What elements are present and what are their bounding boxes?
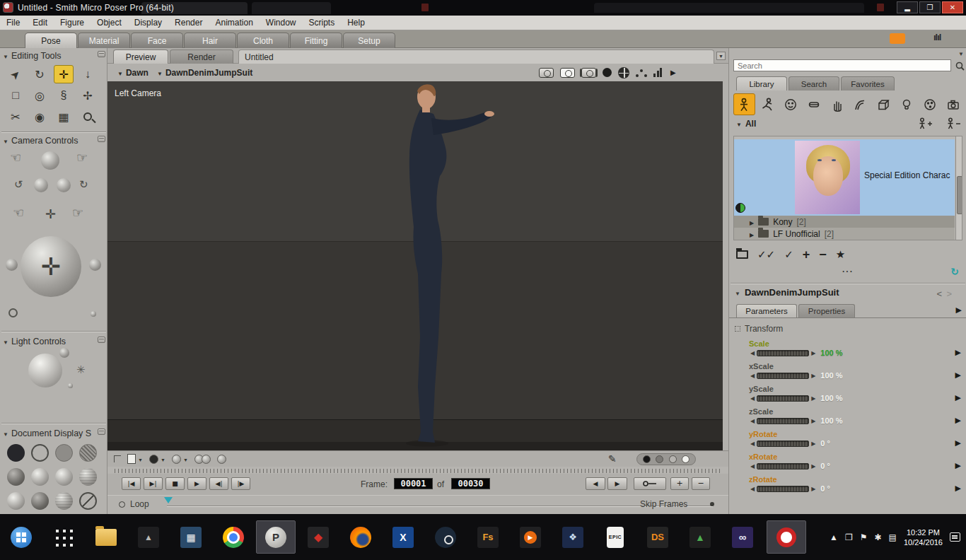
shade-dark-swatch[interactable]: [643, 455, 651, 463]
play-button[interactable]: ▶: [187, 477, 206, 490]
taskbar-epic-games[interactable]: EPIC: [595, 520, 635, 554]
category-expression-icon[interactable]: [780, 93, 802, 115]
right-camera-icon[interactable]: [57, 178, 71, 192]
pointer-tool-icon[interactable]: ➤: [6, 65, 25, 83]
category-figures-icon[interactable]: [733, 93, 755, 115]
param-dial[interactable]: ◀ ▶ 0 °: [750, 484, 830, 493]
room-tab-fitting[interactable]: Fitting: [290, 33, 342, 48]
delete-keyframe-button[interactable]: −: [692, 477, 710, 490]
move-camera-left-hand-icon[interactable]: ☜: [10, 150, 21, 165]
light-globe[interactable]: [28, 354, 62, 387]
more-icons-arrow[interactable]: ▶: [670, 69, 676, 76]
preview-viewport[interactable]: Left Camera: [107, 81, 723, 450]
taskbar-photoshop[interactable]: Fs: [468, 520, 508, 554]
menu-figure[interactable]: Figure: [54, 16, 91, 30]
stop-button[interactable]: ■: [165, 477, 185, 490]
dial-decrease-icon[interactable]: ◀: [750, 350, 755, 356]
category-hair-icon[interactable]: [849, 93, 871, 115]
left-camera-icon[interactable]: [34, 178, 48, 192]
next-keyframe-button[interactable]: ▶: [607, 477, 627, 490]
maximize-button[interactable]: ❐: [919, 1, 941, 13]
taskbar-blue-app[interactable]: ❖: [553, 520, 593, 554]
apply-all-checks-icon[interactable]: ✓✓: [757, 248, 775, 261]
menu-animation[interactable]: Animation: [209, 16, 259, 30]
dial-track[interactable]: [757, 486, 809, 492]
total-frames-input[interactable]: [451, 478, 490, 489]
dial-track[interactable]: [757, 395, 809, 402]
room-tab-hair[interactable]: Hair: [184, 33, 236, 48]
sketch-pencil-icon[interactable]: ✎: [608, 453, 617, 465]
roll-camera-right-icon[interactable]: [89, 259, 101, 271]
keyframe-camera-icon[interactable]: [8, 308, 18, 317]
morph-tool-icon[interactable]: ▦: [54, 107, 74, 126]
dial-decrease-icon[interactable]: ◀: [750, 441, 755, 447]
shade-white-swatch[interactable]: [682, 455, 689, 463]
translate-tool-icon[interactable]: ✛: [54, 65, 74, 83]
search-icon[interactable]: [955, 62, 965, 71]
style-sphere-pair-icon[interactable]: [194, 455, 211, 464]
collapse-triangle-icon[interactable]: [735, 288, 740, 298]
param-menu-arrow[interactable]: ▶: [955, 484, 961, 493]
add-keyframe-button[interactable]: +: [670, 477, 689, 490]
room-tab-cloth[interactable]: Cloth: [237, 33, 289, 48]
orbit-right-camera-icon[interactable]: ↻: [79, 178, 88, 191]
last-frame-button[interactable]: ▶|: [144, 477, 163, 490]
minimize-button[interactable]: ▂: [897, 1, 918, 13]
param-menu-arrow[interactable]: ▶: [955, 371, 961, 380]
camera-dot-icon[interactable]: [91, 311, 96, 317]
menu-render[interactable]: Render: [168, 16, 209, 30]
light-create-icon[interactable]: ✳: [76, 363, 86, 376]
room-tab-face[interactable]: Face: [131, 33, 183, 48]
shade-mid-swatch[interactable]: [656, 455, 663, 463]
panel-shade-icon[interactable]: [98, 136, 105, 142]
loop-toggle[interactable]: [119, 501, 125, 508]
display-texture-lined-icon[interactable]: [55, 492, 73, 510]
shade-light-swatch[interactable]: [669, 455, 677, 463]
tab-preview[interactable]: Preview: [113, 49, 168, 64]
room-tab-pose[interactable]: Pose: [25, 33, 77, 48]
display-hidden-line-icon[interactable]: [7, 468, 25, 486]
area-render-camera-icon[interactable]: [560, 68, 575, 78]
current-frame-input[interactable]: [394, 478, 433, 489]
sidebar-collapse-icon[interactable]: ▼: [958, 51, 964, 57]
display-smooth-lined-icon[interactable]: [7, 492, 25, 510]
panel-shade-icon[interactable]: [98, 337, 105, 343]
figure-style-dropdown[interactable]: [149, 454, 165, 464]
favorite-star-icon[interactable]: ★: [836, 248, 845, 261]
light-controls-header[interactable]: Light Controls: [3, 336, 105, 347]
editing-tools-header[interactable]: Editing Tools: [3, 50, 105, 62]
camera-trackball[interactable]: ✛: [21, 236, 81, 297]
category-cameras-icon[interactable]: [942, 93, 964, 115]
prev-actor-arrow[interactable]: <: [936, 288, 942, 299]
next-actor-arrow[interactable]: >: [946, 288, 952, 299]
taskbar-clock[interactable]: 10:32 PM 10/24/2016: [904, 527, 943, 547]
move-camera-right-hand-icon[interactable]: ☞: [76, 150, 88, 165]
collapse-triangle-icon[interactable]: [3, 428, 8, 438]
light-dot-icon[interactable]: [68, 383, 73, 388]
menu-window[interactable]: Window: [260, 16, 303, 30]
category-materials-icon[interactable]: [919, 93, 941, 115]
library-folder-kony[interactable]: Kony [2]: [734, 216, 955, 228]
dial-track[interactable]: [757, 463, 809, 469]
start-button[interactable]: [1, 520, 41, 554]
add-item-icon[interactable]: +: [803, 247, 810, 262]
param-dial[interactable]: ◀ ▶ 0 °: [750, 439, 830, 448]
data-display-icon[interactable]: [653, 68, 664, 77]
tab-document-untitled[interactable]: Untitled: [238, 49, 714, 64]
refresh-icon[interactable]: ↻: [950, 266, 959, 277]
param-value[interactable]: 100 %: [820, 371, 842, 380]
param-dial[interactable]: ◀ ▶ 100 %: [750, 371, 843, 380]
dial-track[interactable]: [757, 418, 809, 424]
param-menu-arrow[interactable]: ▶: [955, 461, 961, 470]
display-wireframe-icon[interactable]: [79, 444, 97, 462]
roll-camera-left-icon[interactable]: [6, 259, 18, 271]
tray-window-icon[interactable]: ❐: [845, 532, 853, 542]
dial-decrease-icon[interactable]: ◀: [750, 463, 755, 469]
menu-file[interactable]: File: [0, 16, 26, 30]
display-outline-icon[interactable]: [31, 444, 49, 462]
library-search-input[interactable]: [733, 59, 951, 71]
taskbar-media-player[interactable]: ▲: [129, 520, 168, 554]
category-poses-icon[interactable]: [757, 93, 779, 115]
element-style-dropdown[interactable]: [172, 454, 188, 464]
parameters-menu-arrow[interactable]: ▶: [956, 305, 962, 315]
